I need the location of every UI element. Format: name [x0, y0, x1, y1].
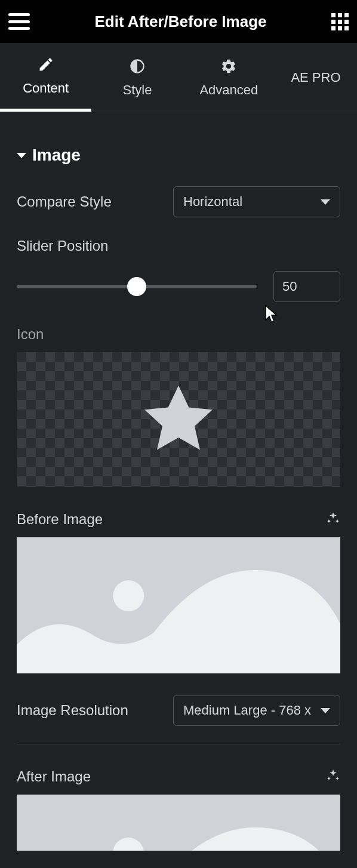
caret-down-icon [17, 153, 26, 158]
tab-aepro-label: AE PRO [291, 70, 340, 85]
chevron-down-icon [321, 199, 330, 205]
after-image-label: After Image [17, 768, 91, 785]
compare-style-select[interactable]: Horizontal [173, 186, 340, 217]
section-image-label: Image [32, 146, 81, 165]
tab-content-label: Content [23, 81, 69, 96]
page-title: Edit After/Before Image [95, 13, 267, 31]
tab-advanced[interactable]: Advanced [183, 43, 275, 112]
section-image-header[interactable]: Image [17, 146, 340, 165]
slider-position-control [17, 271, 340, 302]
svg-point-1 [113, 580, 144, 611]
panel-content: Image Compare Style Horizontal Slider Po… [0, 112, 357, 867]
tab-advanced-label: Advanced [199, 82, 258, 98]
apps-grid-icon[interactable] [331, 13, 349, 30]
menu-icon[interactable] [8, 13, 30, 30]
chevron-down-icon [321, 708, 330, 713]
before-image-picker[interactable] [17, 537, 340, 673]
after-image-header: After Image [17, 768, 340, 785]
before-image-header: Before Image [17, 511, 340, 528]
pencil-icon [38, 56, 54, 73]
slider-thumb[interactable] [127, 277, 146, 296]
image-resolution-select[interactable]: Medium Large - 768 x [173, 695, 340, 726]
after-image-picker[interactable] [17, 795, 340, 851]
tab-style-label: Style [123, 82, 152, 98]
title-bar: Edit After/Before Image [0, 0, 357, 43]
image-resolution-label: Image Resolution [17, 702, 128, 719]
compare-style-label: Compare Style [17, 193, 112, 210]
compare-style-value: Horizontal [183, 194, 242, 210]
icon-label: Icon [17, 326, 340, 343]
star-icon [134, 377, 223, 463]
slider-position-label: Slider Position [17, 238, 340, 254]
image-resolution-row: Image Resolution Medium Large - 768 x [17, 695, 340, 726]
slider-position-input[interactable] [273, 271, 340, 302]
icon-picker[interactable] [17, 352, 340, 487]
ai-sparkle-icon[interactable] [326, 768, 340, 785]
compare-style-row: Compare Style Horizontal [17, 186, 340, 217]
tab-style[interactable]: Style [91, 43, 183, 112]
tab-aepro[interactable]: AE PRO [275, 43, 357, 112]
gear-icon [220, 57, 237, 75]
slider-track[interactable] [17, 285, 257, 288]
before-image-label: Before Image [17, 511, 103, 528]
tab-content[interactable]: Content [0, 43, 91, 112]
image-resolution-value: Medium Large - 768 x [183, 703, 311, 718]
divider [17, 744, 340, 744]
ai-sparkle-icon[interactable] [326, 511, 340, 528]
contrast-icon [129, 57, 146, 75]
editor-tabs: Content Style Advanced AE PRO [0, 43, 357, 112]
